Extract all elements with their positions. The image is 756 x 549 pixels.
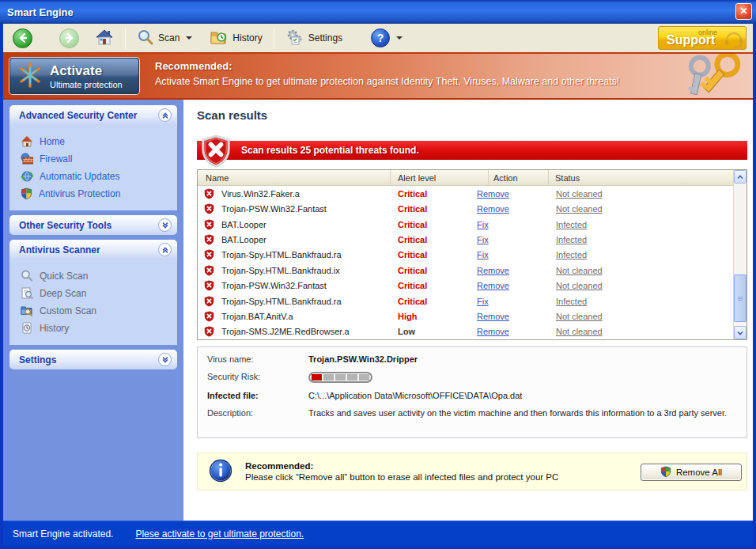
status-value: Not cleaned xyxy=(556,204,733,214)
action-link[interactable]: Fix xyxy=(477,220,556,229)
status-value: Infected xyxy=(556,220,733,229)
sidebar-section-settings: Settings xyxy=(9,350,177,369)
remove-all-button[interactable]: Remove All xyxy=(641,464,742,481)
sidebar-item-label: Automatic Updates xyxy=(40,171,119,182)
activate-link[interactable]: Plese activate to get ultimate protectio… xyxy=(135,528,304,540)
chevron-down-icon[interactable] xyxy=(158,218,172,232)
table-row[interactable]: BAT.Looper Critical Fix Infected xyxy=(198,217,733,232)
history-icon xyxy=(210,28,229,48)
help-button[interactable]: ? xyxy=(368,27,406,49)
sidebar-item-custom-scan[interactable]: Custom Scan xyxy=(9,302,177,320)
activate-title: Activate xyxy=(50,63,123,79)
scroll-up-button[interactable] xyxy=(734,170,747,184)
action-link[interactable]: Remove xyxy=(477,204,556,214)
activate-star-icon xyxy=(17,61,43,91)
table-row[interactable]: Trojan-Spy.HTML.Bankfraud.ra Critical Fi… xyxy=(198,248,733,263)
section-title: Other Security Tools xyxy=(19,220,112,231)
recommendation-title: Recommended: xyxy=(245,461,558,471)
threat-name: Trojan-PSW.Win32.Fantast xyxy=(221,281,398,290)
deep-scan-icon xyxy=(21,287,33,301)
sidebar-item-history[interactable]: History xyxy=(9,320,177,337)
home-button[interactable] xyxy=(92,26,117,51)
remove-all-label: Remove All xyxy=(676,468,722,477)
close-button[interactable]: ✕ xyxy=(735,3,752,20)
action-link[interactable]: Remove xyxy=(477,266,556,275)
sidebar-section-antivirus-scanner: Antivirus Scanner Quick Scan xyxy=(9,240,177,345)
action-link[interactable]: Fix xyxy=(477,250,556,259)
status-value: Not cleaned xyxy=(556,189,733,199)
vertical-scrollbar[interactable] xyxy=(733,170,747,339)
support-label: Support xyxy=(667,33,715,47)
table-row[interactable]: Trojan.BAT.AnitV.a High Remove Not clean… xyxy=(198,309,733,324)
table-row[interactable]: BAT.Looper Critical Fix Infected xyxy=(198,232,733,247)
table-row[interactable]: Trojan-PSW.Win32.Fantast Critical Remove… xyxy=(198,278,733,293)
button-shield-icon xyxy=(660,466,671,479)
sidebar-item-firewall[interactable]: Firewall xyxy=(9,150,177,168)
section-header-settings[interactable]: Settings xyxy=(9,350,177,369)
column-header-alert-level[interactable]: Alert level xyxy=(390,170,488,185)
table-row[interactable]: Trojan-Spy.HTML.Bankfraud.ra Critical Fi… xyxy=(198,293,733,309)
risk-bar xyxy=(308,372,372,383)
settings-button[interactable]: Settings xyxy=(282,27,346,50)
column-header-status[interactable]: Status xyxy=(548,170,747,185)
info-icon xyxy=(209,459,232,484)
sidebar-item-deep-scan[interactable]: Deep Scan xyxy=(9,285,177,302)
table-row[interactable]: Trojan-Spy.HTML.Bankfraud.ix Critical Re… xyxy=(198,263,733,278)
headset-icon xyxy=(724,30,744,50)
banner-recommended-label: Recommended: xyxy=(155,60,619,72)
forward-button[interactable] xyxy=(56,27,82,50)
activate-button[interactable]: Activate Ultimate protection xyxy=(9,58,139,94)
column-header-name[interactable]: Name xyxy=(198,170,390,185)
chevron-down-icon[interactable] xyxy=(158,353,172,366)
scan-icon xyxy=(137,28,154,48)
scrollbar-thumb[interactable] xyxy=(734,274,747,322)
scroll-down-button[interactable] xyxy=(734,326,747,339)
action-link[interactable]: Fix xyxy=(477,297,556,306)
support-button[interactable]: online Support xyxy=(658,26,747,50)
action-link[interactable]: Fix xyxy=(477,235,556,244)
threat-shield-icon xyxy=(204,280,221,291)
alert-level: Critical xyxy=(398,235,477,244)
action-link[interactable]: Remove xyxy=(477,281,556,290)
column-header-action[interactable]: Action xyxy=(488,170,548,185)
scan-button[interactable]: Scan xyxy=(134,27,195,50)
sidebar-item-antivirus-protection[interactable]: Antivirus Protection xyxy=(9,185,177,203)
activate-subtitle: Ultimate protection xyxy=(50,80,123,89)
sidebar-item-quick-scan[interactable]: Quick Scan xyxy=(9,267,177,285)
section-header-advanced-security-center[interactable]: Advanced Security Center xyxy=(9,105,177,125)
sidebar-item-label: Deep Scan xyxy=(40,288,86,299)
section-title: Antivirus Scanner xyxy=(19,244,100,256)
section-header-other-security-tools[interactable]: Other Security Tools xyxy=(9,215,177,235)
sidebar-item-automatic-updates[interactable]: Automatic Updates xyxy=(9,168,177,185)
banner-message: Activate Smart Engine to get ultimate pr… xyxy=(155,76,619,87)
back-button[interactable] xyxy=(9,27,36,50)
sidebar-section-other-security-tools: Other Security Tools xyxy=(9,215,177,235)
chevron-up-icon[interactable] xyxy=(158,243,172,256)
action-link[interactable]: Remove xyxy=(477,327,556,336)
alert-shield-icon xyxy=(201,134,231,169)
table-row[interactable]: Trojan-PSW.Win32.Fantast Critical Remove… xyxy=(198,201,733,216)
sidebar-item-home[interactable]: Home xyxy=(9,133,177,150)
action-link[interactable]: Remove xyxy=(477,312,556,321)
threat-shield-icon xyxy=(204,203,221,214)
status-value: Not cleaned xyxy=(556,266,733,275)
section-header-antivirus-scanner[interactable]: Antivirus Scanner xyxy=(9,240,177,259)
threat-name: Trojan.BAT.AnitV.a xyxy=(221,312,398,321)
status-bar: Smart Engine activated. Plese activate t… xyxy=(3,521,753,546)
sidebar-item-label: Home xyxy=(40,136,65,147)
sidebar-item-label: Firewall xyxy=(40,153,72,165)
alert-level: Critical xyxy=(398,297,477,306)
status-value: Infected xyxy=(556,297,733,306)
status-value: Infected xyxy=(556,250,733,259)
virus-name-value: Trojan.PSW.Win32.Dripper xyxy=(308,354,418,364)
alert-level: Critical xyxy=(398,250,477,259)
section-title: Settings xyxy=(19,354,56,365)
alert-level: Critical xyxy=(398,266,477,275)
table-row[interactable]: Trojan-SMS.J2ME.RedBrowser.a Low Remove … xyxy=(198,324,733,339)
history-button[interactable]: History xyxy=(206,27,265,50)
title-bar: Smart Engine ✕ xyxy=(0,0,756,24)
table-row[interactable]: Virus.Win32.Faker.a Critical Remove Not … xyxy=(198,186,733,201)
settings-label: Settings xyxy=(308,32,342,44)
action-link[interactable]: Remove xyxy=(477,189,556,199)
chevron-up-icon[interactable] xyxy=(158,108,172,122)
